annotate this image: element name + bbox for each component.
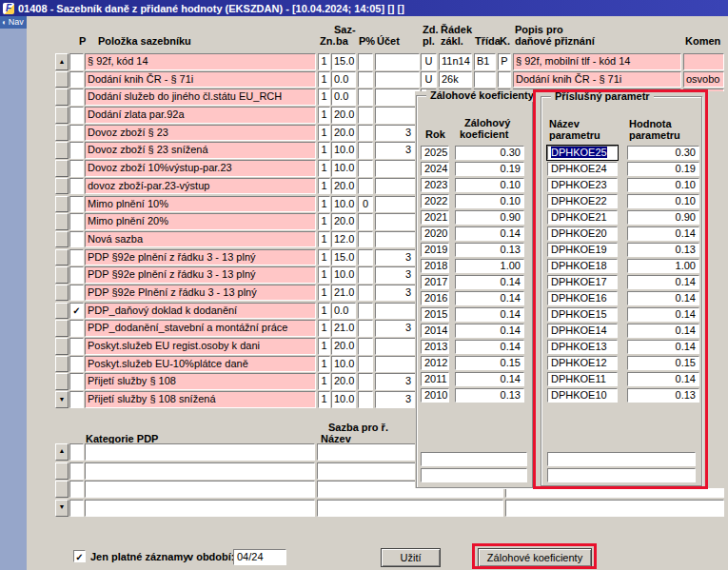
row-selector[interactable] xyxy=(55,356,69,373)
cell-procento[interactable] xyxy=(358,249,373,266)
cell-polozka[interactable]: Dovoz zboží § 23 xyxy=(85,125,316,142)
param-name-field[interactable]: DPHKOE13 xyxy=(547,340,618,354)
cell-polozka[interactable]: Přijetí služby § 108 snížená xyxy=(85,391,316,408)
cell-extra[interactable] xyxy=(505,500,724,517)
cell-ucet[interactable]: 3 xyxy=(375,249,420,266)
cell-sazba[interactable]: 10.0 xyxy=(331,142,356,159)
cell-sazba[interactable]: 0.0 xyxy=(331,71,356,88)
cell-zn[interactable]: 1 xyxy=(318,285,330,302)
cell-zn[interactable]: 1 xyxy=(318,391,330,408)
cell-ucet[interactable] xyxy=(375,356,420,373)
cell-procento[interactable] xyxy=(358,373,373,390)
param-name-field[interactable]: DPHKOE21 xyxy=(547,210,618,225)
pdp-row[interactable] xyxy=(55,500,724,519)
param-name-field[interactable]: DPHKOE20 xyxy=(547,226,618,241)
param-name-field[interactable]: DPHKOE19 xyxy=(547,243,618,257)
cell-polozka[interactable]: Dovoz zboží 10%výstup-par.23 xyxy=(85,160,316,177)
cell-polozka[interactable]: Dodání knih ČR - § 71i xyxy=(85,71,316,88)
cell-sazba[interactable]: 0.0 xyxy=(331,88,356,106)
empty-field[interactable] xyxy=(547,468,696,482)
cell-k[interactable] xyxy=(498,71,511,88)
koef-value-field[interactable]: 0.90 xyxy=(455,210,524,225)
param-value-field[interactable]: 0.19 xyxy=(627,162,699,176)
cell-sazba[interactable]: 20.0 xyxy=(331,107,356,124)
row-selector[interactable] xyxy=(55,231,69,248)
cell-sazba[interactable]: 10.0 xyxy=(331,160,356,177)
cell-polozka[interactable]: Dovoz zboží § 23 snížená xyxy=(85,142,316,159)
year-field[interactable]: 2013 xyxy=(421,340,449,354)
koef-value-field[interactable]: 0.14 xyxy=(455,291,524,305)
row-checkbox[interactable]: ✓ xyxy=(69,107,84,124)
cell-sazba[interactable]: 20.0 xyxy=(331,178,356,195)
cell-procento[interactable] xyxy=(358,160,373,177)
year-field[interactable]: 2025 xyxy=(421,146,449,160)
param-value-field[interactable]: 0.30 xyxy=(627,146,699,160)
year-field[interactable]: 2010 xyxy=(421,388,449,403)
param-value-field[interactable]: 0.13 xyxy=(627,388,699,403)
period-input[interactable]: 04/24 xyxy=(233,549,286,565)
row-selector[interactable] xyxy=(55,213,69,230)
row-checkbox[interactable]: ✓ xyxy=(69,53,84,70)
row-checkbox[interactable]: ✓ xyxy=(69,320,84,337)
cell-zn[interactable]: 1 xyxy=(318,107,330,124)
param-value-field[interactable]: 0.14 xyxy=(627,275,699,289)
cell-kategorie[interactable] xyxy=(85,462,315,480)
cell-procento[interactable] xyxy=(358,356,373,373)
row-selector[interactable] xyxy=(55,462,69,480)
cell-zn[interactable]: 1 xyxy=(318,88,330,106)
param-value-field[interactable]: 0.14 xyxy=(627,307,699,322)
param-name-field[interactable]: DPHKOE22 xyxy=(547,194,618,208)
cell-zn[interactable]: 1 xyxy=(318,142,330,159)
cell-zn[interactable]: 1 xyxy=(318,213,330,230)
cell-zn[interactable]: 1 xyxy=(318,338,330,355)
year-field[interactable]: 2014 xyxy=(421,324,449,338)
row-selector[interactable] xyxy=(55,320,69,337)
cell-polozka[interactable]: Přijetí služby § 108 xyxy=(85,373,316,390)
row-selector[interactable] xyxy=(55,107,69,124)
cell-ucet[interactable] xyxy=(375,231,420,248)
year-field[interactable]: 2019 xyxy=(421,243,449,257)
cell-ucet[interactable] xyxy=(375,196,420,213)
koef-value-field[interactable]: 1.00 xyxy=(455,259,524,273)
cell-polozka[interactable]: PDP_daňový doklad k dodanění xyxy=(85,303,316,320)
koef-value-field[interactable]: 0.15 xyxy=(455,356,524,370)
row-checkbox[interactable]: ✓ xyxy=(69,142,84,159)
row-checkbox[interactable] xyxy=(69,500,84,517)
cell-polozka[interactable]: dovoz zboží-par.23-výstup xyxy=(85,178,316,195)
cell-zn[interactable]: 1 xyxy=(318,303,330,320)
param-name-field[interactable]: DPHKOE24 xyxy=(547,162,618,176)
koef-value-field[interactable]: 0.19 xyxy=(455,162,524,176)
param-name-field[interactable]: DPHKOE14 xyxy=(547,324,618,338)
cell-ucet[interactable]: 3 xyxy=(375,391,420,408)
cell-ucet[interactable]: 3 xyxy=(375,373,420,390)
cell-komentar[interactable]: osvobo xyxy=(683,71,724,88)
row-checkbox[interactable]: ✓ xyxy=(69,88,84,106)
cell-popis[interactable]: § 92f, mobilní tlf - kód 14 xyxy=(513,53,681,70)
uziti-button[interactable]: Užití xyxy=(381,548,441,567)
nav-chip[interactable]: ◐ Nav xyxy=(0,16,27,29)
cell-sazba[interactable]: 0.0 xyxy=(331,303,356,320)
row-selector[interactable] xyxy=(55,160,69,177)
param-value-field[interactable]: 0.14 xyxy=(627,340,699,354)
cell-zn[interactable]: 1 xyxy=(318,320,330,337)
cell-zn[interactable]: 1 xyxy=(318,356,330,373)
param-name-field[interactable]: DPHKOE11 xyxy=(547,372,618,386)
row-selector[interactable] xyxy=(55,338,69,355)
cell-procento[interactable] xyxy=(358,391,373,408)
koef-value-field[interactable]: 0.13 xyxy=(455,243,524,257)
cell-nazev[interactable] xyxy=(317,500,503,517)
year-field[interactable]: 2018 xyxy=(421,259,449,273)
row-checkbox[interactable] xyxy=(69,443,84,461)
cell-procento[interactable] xyxy=(358,320,373,337)
cell-sazba[interactable]: 10.0 xyxy=(331,391,356,408)
row-selector[interactable] xyxy=(55,142,69,159)
row-selector[interactable] xyxy=(55,71,69,88)
param-value-field[interactable]: 0.10 xyxy=(627,194,699,208)
cell-sazba[interactable]: 20.0 xyxy=(331,213,356,230)
cell-zdpl[interactable]: U xyxy=(421,71,437,88)
cell-ucet[interactable] xyxy=(375,338,420,355)
cell-ucet[interactable]: 3 xyxy=(375,320,420,337)
param-name-field[interactable]: DPHKOE23 xyxy=(547,178,618,192)
param-value-field[interactable]: 0.13 xyxy=(627,243,699,257)
cell-ucet[interactable] xyxy=(375,107,420,124)
